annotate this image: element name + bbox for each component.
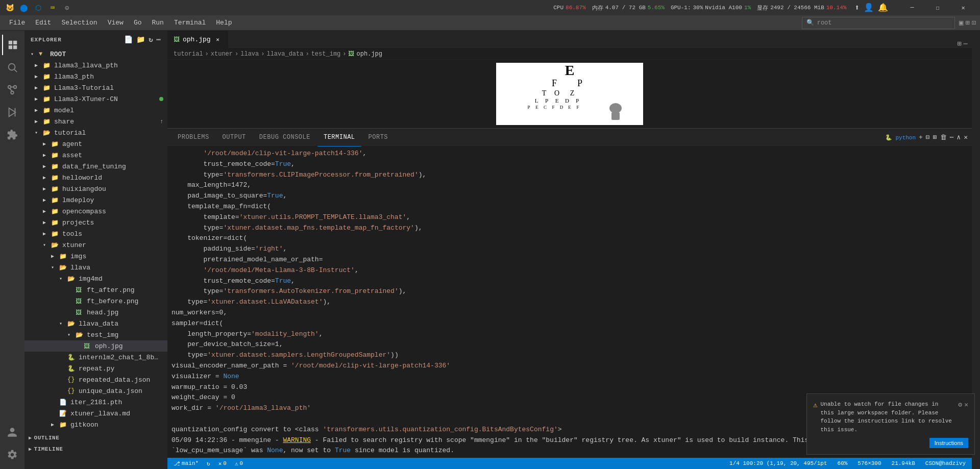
ft-before-file[interactable]: ▶ 🖼 ft_before.png [24, 295, 167, 307]
img4md-folder[interactable]: ▾ 📂 img4md [24, 273, 167, 284]
outline-section[interactable]: ▶ OUTLINE [24, 432, 167, 443]
breadcrumb-oph-jpg[interactable]: oph.jpg [356, 51, 382, 58]
lmdeploy-folder[interactable]: ▶ 📁 lmdeploy [24, 194, 167, 206]
breadcrumb-llava-data[interactable]: llava_data [266, 51, 303, 58]
person-icon[interactable]: 👤 [864, 3, 874, 13]
helloworld-folder[interactable]: ▶ 📁 helloworld [24, 172, 167, 183]
activity-search[interactable] [2, 57, 22, 78]
split-terminal-icon[interactable]: ⊟ [926, 133, 930, 141]
llava-folder[interactable]: ▾ 📂 llava [24, 262, 167, 273]
unique-data-file[interactable]: ▶ {} unique_data.json [24, 385, 167, 397]
app-icon-1[interactable]: 🐱 [5, 3, 14, 12]
huixiangdou-folder[interactable]: ▶ 📁 huixiangdou [24, 183, 167, 194]
llama3-tutorial-folder[interactable]: ▶ 📁 Llama3-Tutorial [24, 82, 167, 93]
llama3-llava-pth-folder[interactable]: ▶ 📁 llama3_llava_pth [24, 60, 167, 71]
new-folder-icon[interactable]: 📁 [136, 35, 145, 44]
tools-folder[interactable]: ▶ 📁 tools [24, 228, 167, 239]
agent-folder[interactable]: ▶ 📁 agent [24, 138, 167, 150]
menu-selection[interactable]: Selection [56, 17, 102, 29]
layout-icon-1[interactable]: ▣ [959, 18, 963, 27]
activity-extensions[interactable] [2, 125, 22, 145]
refresh-icon[interactable]: ↻ [149, 35, 153, 44]
filesize-status[interactable]: 21.94kB [890, 460, 917, 466]
app-icon-4[interactable]: ⌨ [48, 3, 57, 12]
split-editor-right-icon[interactable]: ⊞ [933, 133, 937, 141]
menu-edit[interactable]: Edit [30, 17, 56, 29]
xtuner-llava-md-file[interactable]: ▶ 📝 xtuner_llava.md [24, 408, 167, 419]
data-fine-tuning-folder[interactable]: ▶ 📁 data_fine_tuning [24, 161, 167, 172]
model-folder[interactable]: ▶ 📁 model [24, 105, 167, 116]
minimize-button[interactable]: — [900, 0, 924, 15]
split-editor-icon[interactable]: ⊞ [957, 39, 961, 48]
menu-file[interactable]: File [4, 17, 30, 29]
position-status[interactable]: 1/4 100:20 (1,19, 20, 495/1pt [727, 460, 829, 466]
more-tabs-icon[interactable]: ⋯ [964, 39, 968, 48]
tab-close-button[interactable]: ✕ [214, 35, 222, 43]
panel-tab-problems[interactable]: PROBLEMS [172, 129, 215, 146]
menu-view[interactable]: View [103, 17, 129, 29]
activity-explorer[interactable] [2, 35, 22, 55]
imgs-folder[interactable]: ▶ 📁 imgs [24, 251, 167, 262]
breadcrumb-test-img[interactable]: test_img [311, 51, 341, 58]
breadcrumb-xtuner[interactable]: xtuner [211, 51, 233, 58]
app-icon-5[interactable]: ⊙ [62, 3, 71, 12]
errors-status[interactable]: ✕ 0 [216, 460, 229, 467]
gitkoon-folder[interactable]: ▶ 📁 gitkoon [24, 419, 167, 430]
llama3-xtuner-cn-folder[interactable]: ▶ 📁 Llama3-XTuner-CN [24, 93, 167, 105]
tutorial-folder[interactable]: ▾ 📂 tutorial [24, 127, 167, 138]
add-terminal-icon[interactable]: + [919, 134, 923, 141]
upload-icon[interactable]: ⬆ [854, 3, 860, 13]
bell-icon[interactable]: 🔔 [878, 3, 888, 13]
breadcrumb-tutorial[interactable]: tutorial [174, 51, 203, 58]
menu-help[interactable]: Help [211, 17, 237, 29]
share-folder[interactable]: ▶ 📁 share ↑ [24, 116, 167, 127]
activity-run[interactable] [2, 102, 22, 122]
sync-status[interactable]: ↻ [205, 460, 212, 467]
repeat-py-file[interactable]: ▶ 🐍 repeat.py [24, 363, 167, 374]
panel-tab-ports[interactable]: PORTS [362, 129, 395, 146]
maximize-button[interactable]: ☐ [926, 0, 949, 15]
menu-terminal[interactable]: Terminal [169, 17, 211, 29]
layout-icon-2[interactable]: ⊞ [965, 18, 969, 27]
activity-accounts[interactable] [2, 422, 22, 442]
notification-close-icon[interactable]: ✕ [964, 400, 968, 410]
panel-chevron-up[interactable]: ∧ [957, 133, 961, 141]
asset-folder[interactable]: ▶ 📁 asset [24, 150, 167, 161]
head-file[interactable]: ▶ 🖼 head.jpg [24, 307, 167, 318]
test-img-folder[interactable]: ▾ 📂 test_img [24, 329, 167, 340]
menu-go[interactable]: Go [129, 17, 147, 29]
dimensions-status[interactable]: 576×300 [855, 460, 883, 466]
oph-jpg-file[interactable]: ▶ 🖼 oph.jpg [24, 340, 167, 352]
panel-close-icon[interactable]: ✕ [964, 133, 968, 141]
internlm2-file[interactable]: ▶ 🐍 internlm2_chat_1_8b_llava_tutorial_f… [24, 352, 167, 363]
menu-run[interactable]: Run [146, 17, 168, 29]
breadcrumb-llava[interactable]: llava [240, 51, 259, 58]
llava-data-folder[interactable]: ▾ 📂 llava_data [24, 318, 167, 329]
panel-more-icon[interactable]: ⋯ [950, 133, 954, 141]
git-branch-status[interactable]: ⎇ main* [172, 460, 201, 467]
opencompass-folder[interactable]: ▶ 📁 opencompass [24, 206, 167, 217]
llama3-pth-folder[interactable]: ▶ 📁 llama3_pth [24, 71, 167, 82]
trash-icon[interactable]: 🗑 [940, 134, 947, 141]
iter-file[interactable]: ▶ 📄 iter_2181.pth [24, 397, 167, 408]
new-file-icon[interactable]: 📄 [124, 35, 133, 44]
instructions-button[interactable]: Instructions [929, 438, 968, 448]
notification-settings-icon[interactable]: ⚙ [958, 400, 962, 410]
close-button[interactable]: ✕ [951, 0, 975, 15]
timeline-section[interactable]: ▶ TIMELINE [24, 443, 167, 455]
panel-tab-terminal[interactable]: TERMINAL [317, 129, 361, 146]
xtuner-folder[interactable]: ▾ 📂 xtuner [24, 239, 167, 251]
layout-icon-3[interactable]: ⊡ [972, 18, 976, 27]
app-icon-2[interactable]: ⬤ [19, 3, 29, 12]
activity-settings[interactable] [2, 445, 22, 465]
panel-tab-output[interactable]: OUTPUT [216, 129, 252, 146]
root-folder[interactable]: ▾ ▼ ROOT [24, 48, 167, 60]
warnings-status[interactable]: ⚠ 0 [233, 460, 245, 467]
app-icon-3[interactable]: ⬡ [34, 3, 43, 12]
search-bar[interactable]: 🔍 root [802, 17, 955, 29]
ft-after-file[interactable]: ▶ 🖼 ft_after.png [24, 284, 167, 295]
tab-oph-jpg[interactable]: 🖼 oph.jpg ✕ [167, 31, 229, 48]
repeated-data-file[interactable]: ▶ {} repeated_data.json [24, 374, 167, 385]
more-icon[interactable]: ⋯ [157, 35, 161, 44]
activity-source-control[interactable] [2, 80, 22, 100]
